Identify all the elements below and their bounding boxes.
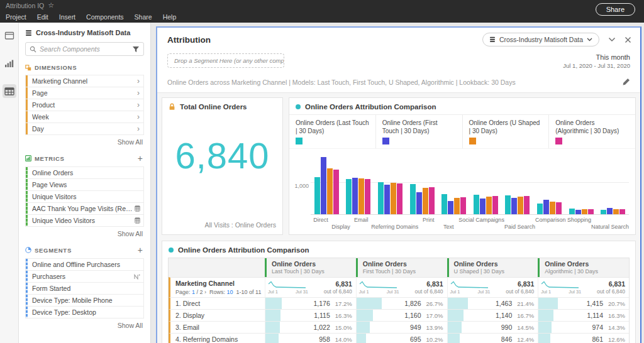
bar[interactable] <box>397 183 402 214</box>
edit-description-button[interactable] <box>622 78 630 86</box>
sidebar-item-online-orders[interactable]: Online Orders <box>26 167 143 179</box>
table-cell[interactable]: 1,41520.7% <box>538 298 629 309</box>
table-cell[interactable]: 1,02215.0% <box>265 322 356 333</box>
table-cell[interactable]: 95814.0% <box>265 334 356 343</box>
menu-components[interactable]: Components <box>86 13 124 21</box>
bar[interactable] <box>352 178 358 214</box>
bar[interactable] <box>474 195 479 214</box>
bar[interactable] <box>601 210 606 214</box>
bar[interactable] <box>582 209 587 214</box>
bar[interactable] <box>358 178 364 214</box>
row-label[interactable]: 2. Display <box>170 310 265 321</box>
bar[interactable] <box>607 208 613 214</box>
legend-item-0[interactable]: Online Orders (Last Touch | 30 Days) <box>289 115 376 148</box>
bar[interactable] <box>384 185 390 214</box>
bar[interactable] <box>346 179 352 214</box>
bar[interactable] <box>441 194 447 214</box>
search-input[interactable] <box>40 45 129 53</box>
visualizations-icon[interactable] <box>3 57 16 70</box>
bar[interactable] <box>416 192 422 214</box>
menu-help[interactable]: Help <box>163 13 177 21</box>
sidebar-item-online-and-offline-purchasers[interactable]: Online and Offline Purchasers <box>26 259 143 271</box>
show-all-dimensions[interactable]: Show All <box>25 138 144 146</box>
sidebar-item-unique-video-visitors[interactable]: Unique Video Visitors <box>26 215 143 227</box>
segment-dropzone[interactable]: Drop a Segment Here (or any other compon… <box>167 53 284 68</box>
add-metrics-button[interactable]: + <box>138 154 144 163</box>
bar[interactable] <box>448 201 453 214</box>
bar[interactable] <box>410 184 416 214</box>
table-cell[interactable]: 84612.4% <box>447 334 538 343</box>
add-segments-button[interactable]: + <box>138 246 144 254</box>
bar[interactable] <box>543 200 549 214</box>
menu-project[interactable]: Project <box>6 13 26 21</box>
table-cell[interactable]: 69510.2% <box>356 334 447 343</box>
bar[interactable] <box>524 196 530 214</box>
table-cell[interactable]: 1,11416.3% <box>538 310 629 321</box>
bar[interactable] <box>429 187 435 214</box>
menu-edit[interactable]: Edit <box>37 13 48 21</box>
table-cell[interactable]: 1,16017.0% <box>356 310 447 321</box>
table-pagination[interactable]: Page: 1 / 2 › Rows: 10 1-10 of 11 <box>175 289 265 295</box>
table-cell[interactable]: 1,14016.7% <box>447 310 538 321</box>
legend-item-2[interactable]: Online Orders (U Shaped | 30 Days) <box>463 115 550 148</box>
bar[interactable] <box>575 210 581 214</box>
sidebar-item-marketing-channel[interactable]: Marketing Channel› <box>26 75 143 87</box>
components-icon[interactable] <box>3 84 16 98</box>
bar[interactable] <box>569 209 575 214</box>
table-cell[interactable]: 99014.5% <box>447 322 538 333</box>
bar[interactable] <box>613 209 619 214</box>
sidebar-item-day[interactable]: Day› <box>26 123 143 135</box>
favorite-star-icon[interactable]: ☆ <box>48 2 54 9</box>
bar[interactable] <box>460 197 466 214</box>
bar[interactable] <box>492 196 498 214</box>
bar[interactable] <box>321 157 326 214</box>
table-cell[interactable]: 94913.9% <box>356 322 447 333</box>
sidebar-item-aac-thank-you-page-visits-registration-c[interactable]: AAC Thank You Page Visits (Registration … <box>26 203 143 215</box>
bar[interactable] <box>486 197 492 214</box>
bar[interactable] <box>327 168 333 214</box>
bar[interactable] <box>391 183 396 214</box>
row-label[interactable]: 1. Direct <box>170 298 265 309</box>
sidebar-item-form-started[interactable]: Form Started <box>26 283 143 295</box>
table-cell[interactable]: 1,11516.3% <box>265 310 356 321</box>
bar[interactable] <box>619 209 625 214</box>
bar[interactable] <box>333 170 339 214</box>
sidebar-item-purchasers[interactable]: Purchasers <box>26 271 143 283</box>
sidebar-item-device-type-desktop[interactable]: Device Type: Desktop <box>26 307 143 318</box>
bar[interactable] <box>314 177 320 214</box>
table-cell[interactable]: 1,82626.7% <box>356 298 447 309</box>
show-all-segments[interactable]: Show All <box>25 322 144 329</box>
row-label[interactable]: 3. Email <box>170 322 265 333</box>
table-cell[interactable]: 1,17617.2% <box>265 298 356 309</box>
sidebar-item-page[interactable]: Page› <box>26 87 143 99</box>
column-header-1[interactable]: Online OrdersFirst Touch | 30 Days <box>356 258 447 277</box>
bar[interactable] <box>365 179 370 214</box>
date-range-picker[interactable]: This month Jul 1, 2020 - Jul 31, 2020 <box>563 53 630 69</box>
column-header-3[interactable]: Online OrdersAlgorithmic | 30 Days <box>538 258 629 277</box>
legend-item-3[interactable]: Online Orders (Algorithmic | 30 Days) <box>549 115 635 148</box>
close-panel-button[interactable] <box>625 36 631 43</box>
bar[interactable] <box>588 209 594 214</box>
bar[interactable] <box>423 188 428 214</box>
sidebar-item-device-type-mobile-phone[interactable]: Device Type: Mobile Phone <box>26 295 143 307</box>
bar[interactable] <box>537 204 543 214</box>
show-all-metrics[interactable]: Show All <box>25 230 144 237</box>
collapse-panel-button[interactable] <box>608 37 616 42</box>
bar[interactable] <box>454 198 460 214</box>
page-number[interactable]: 1 <box>192 289 195 295</box>
bar[interactable] <box>550 202 555 214</box>
sidebar-item-unique-visitors[interactable]: Unique Visitors <box>26 191 143 203</box>
dataset-selector[interactable]: Cross-Industry Matisoft Data <box>482 33 599 46</box>
table-cell[interactable]: 1,46321.4% <box>447 298 538 309</box>
bar[interactable] <box>556 202 562 214</box>
menu-insert[interactable]: Insert <box>59 13 75 21</box>
column-header-0[interactable]: Online OrdersLast Touch | 30 Days <box>265 258 356 277</box>
bar[interactable] <box>518 197 523 214</box>
bar[interactable] <box>505 195 511 214</box>
sidebar-item-page-views[interactable]: Page Views <box>26 179 143 191</box>
column-header-2[interactable]: Online OrdersU Shaped | 30 Days <box>447 258 538 277</box>
bar[interactable] <box>480 199 486 214</box>
bar[interactable] <box>511 198 517 214</box>
table-cell[interactable]: 97414.3% <box>538 322 629 333</box>
rows-count[interactable]: 10 <box>227 289 233 295</box>
